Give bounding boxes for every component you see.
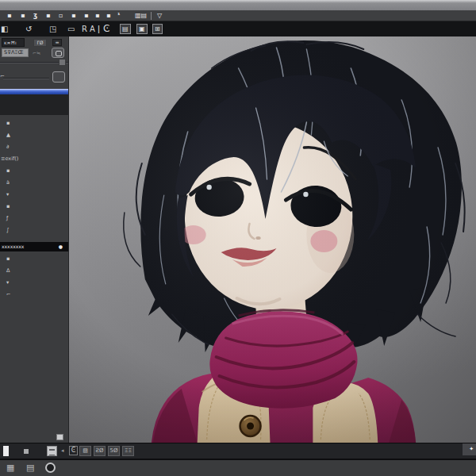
layers-panel: ĸ≍Ħı ΓØ ▬ Ѕ⊽ΛΞŒ ⌐≒ ⌐ ▪ ▲ ∂ ≡exif() ▪ ȧ ▾…: [0, 36, 69, 443]
zoom-button[interactable]: ƧØ: [94, 446, 106, 456]
list-item[interactable]: ▲: [0, 129, 68, 140]
grip-dot-icon: ✦: [469, 446, 474, 452]
list-item[interactable]: ⌐: [0, 288, 68, 300]
page-icon[interactable]: [3, 446, 9, 456]
clip-icon[interactable]: ◧: [1, 24, 8, 34]
thumbnail-icon[interactable]: [47, 446, 57, 456]
taskbar: ▦ ▤: [0, 460, 476, 476]
panel-tab[interactable]: ĸ≍Ħı: [2, 38, 25, 47]
marker-icon: [24, 449, 29, 454]
list-item[interactable]: ▾: [0, 276, 68, 288]
list-view-icon[interactable]: ▤: [26, 463, 34, 473]
selection-progress-bar[interactable]: [0, 89, 68, 94]
panel-corner-button[interactable]: [56, 434, 63, 440]
panel-option-button[interactable]: [52, 71, 65, 83]
list-item[interactable]: Δ: [0, 264, 68, 276]
menu-glyph-icon[interactable]: ▪: [106, 12, 110, 20]
list-item[interactable]: ▾: [0, 188, 68, 200]
caret-icon[interactable]: ǀ: [98, 24, 100, 34]
slider-track-2[interactable]: [3, 78, 49, 79]
list-item-exif[interactable]: ≡exif(): [0, 152, 68, 164]
menu-glyph-icon[interactable]: ʒ: [33, 12, 37, 20]
view-mode-icon[interactable]: ▥▤: [135, 12, 147, 20]
zoom-button[interactable]: ΞΞ: [122, 446, 134, 456]
blend-mode-dropdown[interactable]: Ѕ⊽ΛΞŒ: [2, 48, 29, 57]
menu-glyph-icon[interactable]: ▪: [46, 12, 50, 20]
copyright-icon[interactable]: Ͼ: [103, 24, 109, 34]
layer-list-lower: ▪ Δ ▾ ⌐: [0, 252, 68, 300]
menu-glyph-icon[interactable]: ▫: [59, 12, 63, 20]
folder-icon[interactable]: ◳: [49, 24, 56, 34]
save-icon[interactable]: ▣: [136, 24, 148, 34]
circle-icon[interactable]: [45, 463, 56, 473]
opacity-label: ⌐≒: [33, 50, 45, 56]
zoom-button[interactable]: ▨: [79, 446, 91, 456]
history-icon[interactable]: ↺: [25, 24, 32, 34]
text-a-icon[interactable]: A: [90, 24, 95, 34]
list-item[interactable]: ∫: [0, 224, 68, 236]
resize-grip[interactable]: ✦: [463, 443, 476, 455]
main-area: ĸ≍Ħı ΓØ ▬ Ѕ⊽ΛΞŒ ⌐≒ ⌐ ▪ ▲ ∂ ≡exif() ▪ ȧ ▾…: [0, 36, 476, 443]
keyboard-icon[interactable]: ▭: [67, 24, 75, 34]
menu-glyph-icon[interactable]: ▪: [84, 12, 88, 20]
lock-button[interactable]: [52, 48, 64, 58]
menu-glyph-icon[interactable]: ▪: [71, 12, 75, 20]
grid-view-icon[interactable]: ▦: [6, 463, 14, 473]
menu-glyph-icon[interactable]: ¹: [117, 12, 121, 20]
slider-handle[interactable]: [59, 59, 66, 66]
app-window: ▪ ▪ ʒ ▪ ▫ ▪ ▪ ▪ ▪ ¹ ▥▤ ▽ ◧ ↺ ◳ ▭ R A ǀ Ͼ…: [0, 0, 476, 476]
list-icon[interactable]: ▤: [120, 24, 131, 34]
menu-glyph-icon[interactable]: ▪: [95, 12, 99, 20]
canvas-image: [69, 36, 476, 443]
divider: [151, 12, 152, 20]
panel-tab-secondary[interactable]: ΓØ: [33, 39, 47, 47]
text-r-icon[interactable]: R: [82, 24, 87, 34]
zoom-button[interactable]: 5Ø: [108, 446, 120, 456]
list-item[interactable]: ▪: [0, 200, 68, 212]
image-canvas[interactable]: [69, 36, 476, 443]
layer-list: ▪ ▲ ∂ ≡exif() ▪ ȧ ▾ ▪ ƒ ∫: [0, 117, 68, 236]
dropdown-icon[interactable]: ▽: [157, 12, 162, 20]
menu-glyph-icon[interactable]: ▪: [7, 12, 11, 20]
visibility-dot-icon[interactable]: ●: [59, 244, 63, 249]
status-bar: ◂ Ͼ ▨ ƧØ 5Ø ΞΞ ✦: [0, 443, 476, 459]
grid-icon[interactable]: ⊞: [152, 24, 163, 34]
menu-glyph-icon[interactable]: ▪: [21, 12, 25, 20]
selected-layer-row[interactable]: xxxxxxxx ●: [0, 242, 68, 251]
list-item[interactable]: ∂: [0, 140, 68, 152]
menu-glyph-row: ▪ ▪ ʒ ▪ ▫ ▪ ▪ ▪ ▪ ¹ ▥▤ ▽: [0, 10, 476, 21]
list-item[interactable]: ƒ: [0, 212, 68, 224]
panel-menu-button[interactable]: ▬: [52, 39, 62, 46]
list-item[interactable]: ▪: [0, 252, 68, 264]
list-item[interactable]: ▪: [0, 164, 68, 176]
list-item[interactable]: ▪: [0, 117, 68, 129]
toolbar: ◧ ↺ ◳ ▭ R A ǀ Ͼ ▤ ▣ ⊞: [0, 21, 476, 36]
collapse-arrow-icon[interactable]: ◂: [61, 447, 64, 455]
panel-header-band: [0, 94, 68, 115]
list-item[interactable]: ȧ: [0, 176, 68, 188]
status-c-button[interactable]: Ͼ: [69, 446, 78, 455]
selected-layer-label: xxxxxxxx: [2, 244, 24, 249]
menu-bar: [0, 0, 476, 10]
